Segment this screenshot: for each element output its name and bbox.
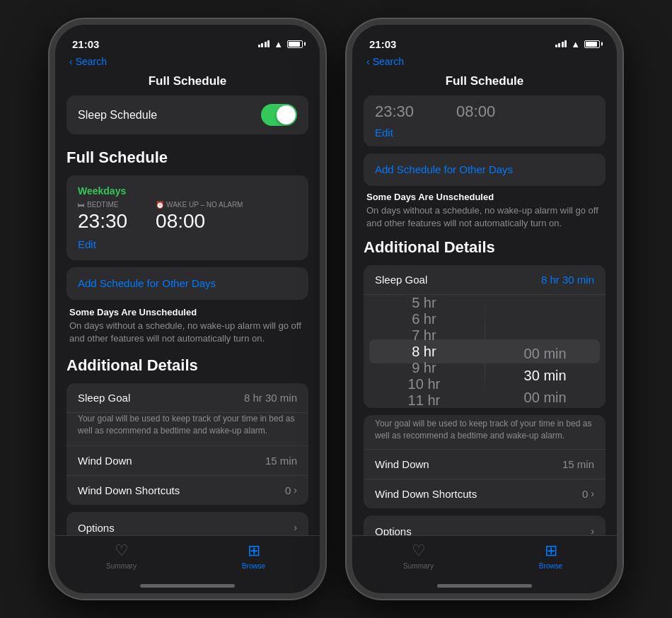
chevron-right-icon: ›	[294, 484, 297, 496]
tab-browse-right[interactable]: ⊞ Browse	[485, 542, 617, 570]
status-icons-left: ▲	[258, 39, 303, 49]
tab-summary-left[interactable]: ♡ Summary	[55, 542, 187, 570]
nav-bar-left: Full Schedule	[55, 71, 320, 95]
bedtime-col: 🛏 BEDTIME 23:30	[78, 201, 127, 233]
times-row: 🛏 BEDTIME 23:30 ⏰ WAKE UP – NO ALARM 08:…	[78, 201, 297, 233]
tab-bar-right: ♡ Summary ⊞ Browse	[352, 535, 617, 584]
scrolled-times: 23:30 08:00	[375, 103, 594, 121]
home-indicator-right	[437, 584, 532, 588]
sleep-schedule-toggle[interactable]	[261, 104, 297, 126]
sleep-goal-desc: Your goal will be used to keep track of …	[66, 413, 308, 446]
battery-icon-right	[584, 40, 600, 48]
left-phone: 21:03 ▲ ‹ Search	[50, 19, 325, 599]
picker-item-10hr: 10 hr	[408, 376, 441, 392]
wind-down-shortcuts-label: Wind Down Shortcuts	[78, 484, 180, 496]
wind-down-row-right: Wind Down 15 min	[364, 450, 606, 479]
picker-item-5hr: 5 hr	[412, 295, 436, 311]
status-icons-right: ▲	[555, 39, 600, 49]
schedule-card: Weekdays 🛏 BEDTIME 23:30 ⏰	[66, 175, 308, 260]
scrolled-edit-link[interactable]: Edit	[375, 127, 393, 139]
alarm-icon: ⏰	[156, 201, 164, 209]
status-bar-right: 21:03 ▲	[352, 25, 617, 56]
unscheduled-title: Some Days Are Unscheduled	[69, 307, 306, 317]
sleep-goal-label: Sleep Goal	[78, 392, 130, 404]
tab-summary-right[interactable]: ♡ Summary	[352, 542, 485, 570]
add-schedule-button[interactable]: Add Schedule for Other Days	[66, 267, 308, 300]
home-indicator-left	[140, 584, 235, 588]
wind-down-shortcuts-row[interactable]: Wind Down Shortcuts 0 ›	[66, 476, 308, 505]
scene: 21:03 ▲ ‹ Search	[0, 0, 672, 618]
wind-down-value-right: 15 min	[562, 458, 594, 470]
picker-item-00min-top: 00 min	[524, 343, 567, 365]
wind-down-shortcuts-value-right: 0 ›	[582, 488, 594, 500]
scrolled-top-card: 23:30 08:00 Edit	[364, 95, 606, 146]
back-chevron-icon-left: ‹	[69, 56, 73, 67]
bed-icon: 🛏	[78, 201, 85, 209]
back-label-left[interactable]: Search	[76, 56, 107, 67]
right-phone: 21:03 ▲ ‹ Search	[347, 19, 622, 599]
picker-item-00min-bot: 00 min	[524, 387, 567, 409]
tab-browse-label-left: Browse	[242, 562, 265, 570]
signal-icon	[258, 40, 270, 47]
edit-link[interactable]: Edit	[78, 238, 297, 250]
options-chevron-icon-right: ›	[591, 525, 594, 535]
unscheduled-desc-right: On days without a schedule, no wake-up a…	[366, 204, 603, 230]
add-schedule-text: Add Schedule for Other Days	[78, 277, 216, 289]
battery-icon	[287, 40, 303, 48]
search-row-right: ‹ Search	[352, 56, 617, 71]
sleep-goal-row[interactable]: Sleep Goal 8 hr 30 min	[66, 383, 308, 413]
unscheduled-note: Some Days Are Unscheduled On days withou…	[66, 307, 308, 345]
options-chevron-icon: ›	[294, 522, 297, 533]
sleep-schedule-toggle-row[interactable]: Sleep Schedule	[66, 95, 308, 134]
status-time-right: 21:03	[369, 38, 396, 50]
tab-summary-label-left: Summary	[106, 562, 137, 570]
options-row[interactable]: Options ›	[66, 512, 308, 535]
wakeup-col: ⏰ WAKE UP – NO ALARM 08:00	[156, 201, 243, 233]
bedtime-time: 23:30	[78, 210, 127, 233]
sleep-goal-desc-right: Your goal will be used to keep track of …	[364, 415, 606, 450]
back-label-right[interactable]: Search	[373, 56, 404, 67]
nav-title-left: Full Schedule	[149, 74, 227, 88]
wifi-icon-right: ▲	[571, 39, 580, 49]
wind-down-shortcuts-value: 0 ›	[285, 484, 297, 496]
wind-down-shortcuts-label-right: Wind Down Shortcuts	[375, 488, 477, 500]
toggle-label: Sleep Schedule	[78, 109, 157, 122]
wind-down-shortcuts-row-right[interactable]: Wind Down Shortcuts 0 ›	[364, 479, 606, 508]
right-phone-content: 23:30 08:00 Edit Add Schedule for Other …	[352, 95, 617, 535]
sleep-goal-row-right[interactable]: Sleep Goal 8 hr 30 min	[364, 265, 606, 295]
signal-icon-right	[555, 40, 567, 47]
time-picker[interactable]: 5 hr 6 hr 7 hr 8 hr 9 hr 10 hr 11 hr	[364, 295, 606, 408]
additional-details-title-right: Additional Details	[364, 238, 606, 257]
add-schedule-button-right[interactable]: Add Schedule for Other Days	[364, 153, 606, 186]
scrolled-wakeup: 08:00	[456, 103, 495, 121]
status-time-left: 21:03	[72, 38, 99, 50]
picker-item-9hr: 9 hr	[412, 360, 436, 376]
picker-item-30min: 30 min	[524, 365, 567, 387]
wind-down-value: 15 min	[265, 455, 297, 467]
wind-down-label-right: Wind Down	[375, 458, 429, 470]
nav-bar-right: Full Schedule	[352, 71, 617, 95]
sleep-goal-card: Sleep Goal 8 hr 30 min 5 hr 6 hr 7 hr	[364, 265, 606, 408]
tab-browse-left[interactable]: ⊞ Browse	[187, 542, 320, 570]
picker-item-7hr: 7 hr	[412, 327, 436, 344]
wind-down-label: Wind Down	[78, 455, 132, 467]
tab-bar-left: ♡ Summary ⊞ Browse	[55, 535, 320, 584]
details-card: Sleep Goal 8 hr 30 min Your goal will be…	[66, 383, 308, 505]
sleep-goal-value-right: 8 hr 30 min	[541, 274, 594, 286]
heart-icon-right: ♡	[412, 542, 426, 560]
scroll-content-left: Sleep Schedule Full Schedule Weekdays 🛏	[55, 95, 320, 535]
status-bar-left: 21:03 ▲	[55, 25, 320, 56]
scrolled-bedtime: 23:30	[375, 103, 414, 121]
picker-item-11hr: 11 hr	[408, 392, 441, 409]
bedtime-label: 🛏 BEDTIME	[78, 201, 127, 209]
unscheduled-desc: On days without a schedule, no wake-up a…	[69, 320, 306, 345]
options-row-right[interactable]: Options ›	[364, 515, 606, 535]
options-label: Options	[78, 522, 115, 534]
wind-down-row: Wind Down 15 min	[66, 446, 308, 476]
additional-details-title: Additional Details	[66, 356, 308, 375]
picker-item-6hr: 6 hr	[412, 311, 436, 327]
wakeup-time: 08:00	[156, 210, 243, 233]
wakeup-label: ⏰ WAKE UP – NO ALARM	[156, 201, 243, 209]
options-label-right: Options	[375, 525, 412, 535]
tab-summary-label-right: Summary	[403, 562, 434, 570]
